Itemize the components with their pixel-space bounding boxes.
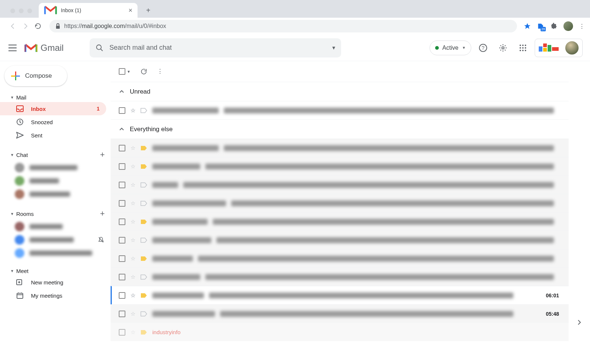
- search-input[interactable]: [110, 44, 326, 52]
- chat-contact[interactable]: [0, 188, 111, 201]
- svg-point-5: [520, 45, 521, 46]
- sidebar-item-sent[interactable]: Sent: [0, 129, 106, 142]
- gmail-wordmark: Gmail: [41, 43, 64, 53]
- send-icon: [16, 132, 24, 139]
- new-tab-button[interactable]: +: [143, 5, 154, 16]
- extensions-puzzle-icon[interactable]: [550, 22, 558, 30]
- importance-icon[interactable]: [140, 108, 147, 113]
- search-options-icon[interactable]: ▾: [332, 44, 335, 51]
- mail-row[interactable]: ☆industryinfo: [111, 323, 569, 341]
- sidebar-section-mail[interactable]: ▼Mail: [0, 93, 111, 102]
- show-side-panel-icon[interactable]: [576, 319, 583, 326]
- sidebar-item-snoozed[interactable]: Snoozed: [0, 115, 106, 129]
- svg-point-1: [96, 45, 101, 49]
- tab-title: Inbox (1): [61, 7, 81, 13]
- svg-point-10: [525, 47, 526, 49]
- mail-row[interactable]: ☆: [111, 139, 569, 157]
- mail-row[interactable]: ☆: [111, 249, 569, 267]
- search-bar[interactable]: ▾: [90, 38, 341, 57]
- refresh-icon[interactable]: [140, 68, 148, 75]
- sidebar-item-inbox[interactable]: Inbox 1: [0, 102, 106, 115]
- sidebar-item-new-meeting[interactable]: New meeting: [0, 276, 106, 289]
- sidebar-section-meet[interactable]: ▼Meet: [0, 266, 111, 276]
- room-item[interactable]: [0, 220, 111, 233]
- mail-row[interactable]: ☆: [111, 267, 569, 286]
- mail-row[interactable]: ☆06:01: [111, 286, 569, 304]
- chevron-up-icon: [119, 126, 125, 132]
- svg-point-4: [502, 47, 504, 49]
- clock-icon: [16, 118, 24, 126]
- nav-back-icon[interactable]: [8, 21, 18, 31]
- svg-rect-15: [543, 43, 547, 47]
- url-text: https://mail.google.com/mail/u/0/#inbox: [64, 23, 166, 29]
- chrome-menu-icon[interactable]: ⋮: [579, 23, 585, 30]
- room-item[interactable]: [0, 246, 111, 260]
- chevron-up-icon: [119, 89, 125, 95]
- window-controls[interactable]: [10, 8, 32, 13]
- more-actions-icon[interactable]: ⋮: [157, 68, 164, 75]
- room-item[interactable]: [0, 233, 111, 246]
- gmail-favicon: [44, 5, 57, 15]
- svg-point-7: [525, 45, 526, 46]
- browser-chrome: Inbox (1) × + https://mail.google.com/ma…: [0, 0, 590, 35]
- select-all-checkbox[interactable]: ▼: [119, 68, 131, 75]
- svg-point-11: [520, 50, 521, 51]
- gmail-logo[interactable]: Gmail: [24, 43, 64, 53]
- mail-row[interactable]: ☆05:48: [111, 304, 569, 323]
- svg-rect-18: [552, 47, 559, 51]
- settings-gear-icon[interactable]: [495, 40, 511, 56]
- sidebar-section-chat[interactable]: ▼Chat+: [0, 148, 111, 161]
- nav-reload-icon[interactable]: [33, 21, 43, 31]
- svg-point-9: [522, 47, 524, 49]
- mail-row[interactable]: ☆: [111, 101, 569, 119]
- svg-rect-22: [17, 293, 23, 298]
- mail-row[interactable]: ☆: [111, 194, 569, 212]
- mail-row[interactable]: ☆: [111, 175, 569, 194]
- status-dot-icon: [435, 46, 439, 50]
- svg-point-8: [520, 47, 521, 49]
- mail-row[interactable]: ☆: [111, 157, 569, 175]
- svg-rect-17: [548, 45, 551, 52]
- bookmark-star-icon[interactable]: [524, 22, 531, 30]
- add-room-icon[interactable]: +: [100, 209, 105, 218]
- gmail-header: Gmail ▾ Active ▼ ?: [0, 35, 590, 61]
- svg-rect-14: [539, 46, 542, 52]
- inbox-icon: [16, 105, 24, 112]
- svg-rect-0: [56, 26, 60, 29]
- list-toolbar: ▼ ⋮: [111, 61, 569, 82]
- browser-tab[interactable]: Inbox (1) ×: [39, 3, 138, 18]
- extension-icon[interactable]: 28: [537, 22, 544, 30]
- profile-avatar[interactable]: [563, 21, 573, 31]
- url-field[interactable]: https://mail.google.com/mail/u/0/#inbox: [49, 20, 517, 32]
- compose-plus-icon: [11, 71, 20, 80]
- sidebar: Compose ▼Mail Inbox 1 Snoozed Sent ▼Chat…: [0, 61, 111, 364]
- compose-button[interactable]: Compose: [4, 66, 67, 86]
- main-menu-icon[interactable]: [4, 40, 21, 56]
- tab-close-icon[interactable]: ×: [128, 7, 132, 14]
- mute-icon[interactable]: [98, 237, 104, 243]
- row-checkbox[interactable]: [119, 107, 125, 114]
- section-everything-else[interactable]: Everything else: [111, 119, 569, 139]
- account-avatar[interactable]: [565, 41, 579, 55]
- main-pane: ▼ ⋮ Unread ☆ Everything else ☆ ☆ ☆ ☆: [111, 61, 590, 364]
- google-apps-icon[interactable]: [515, 40, 531, 56]
- mail-row[interactable]: ☆: [111, 231, 569, 249]
- sidebar-item-my-meetings[interactable]: My meetings: [0, 289, 106, 302]
- tab-strip: Inbox (1) × +: [0, 0, 590, 18]
- compose-label: Compose: [25, 72, 52, 80]
- row-time: 05:48: [533, 311, 559, 317]
- section-unread[interactable]: Unread: [111, 82, 569, 101]
- sidebar-section-rooms[interactable]: ▼Rooms+: [0, 207, 111, 220]
- mail-row[interactable]: ☆: [111, 212, 569, 231]
- lock-icon: [55, 23, 60, 29]
- add-chat-icon[interactable]: +: [100, 150, 105, 160]
- chat-contact[interactable]: [0, 161, 111, 174]
- side-panel: [569, 61, 590, 364]
- star-icon[interactable]: ☆: [131, 107, 135, 114]
- status-selector[interactable]: Active ▼: [430, 41, 471, 55]
- chat-contact[interactable]: [0, 174, 111, 188]
- svg-point-6: [522, 45, 524, 46]
- org-switcher[interactable]: [535, 39, 583, 57]
- support-icon[interactable]: ?: [475, 40, 491, 56]
- nav-forward-icon[interactable]: [21, 21, 30, 31]
